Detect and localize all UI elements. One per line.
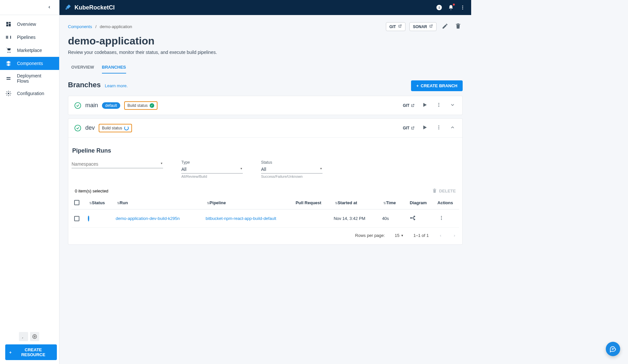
sidebar-collapse-toggle[interactable] xyxy=(0,0,59,15)
layers-icon xyxy=(5,60,12,67)
more-vert-icon[interactable] xyxy=(459,4,466,11)
spinner-icon xyxy=(124,126,129,130)
svg-point-29 xyxy=(410,218,411,219)
dashboard-icon xyxy=(5,21,12,27)
chat-fab[interactable] xyxy=(606,342,620,356)
brand-logo[interactable]: KubeRocketCI xyxy=(65,3,115,12)
svg-rect-5 xyxy=(7,36,8,39)
main-content: Components / demo-application GIT SONAR xyxy=(59,15,471,364)
success-icon: ✓ xyxy=(150,103,154,108)
gear-icon xyxy=(5,90,12,97)
sidebar-item-marketplace[interactable]: Marketplace xyxy=(0,44,59,57)
sidebar-item-pipelines[interactable]: Pipelines xyxy=(0,31,59,44)
sidebar-item-configuration[interactable]: Configuration xyxy=(0,87,59,100)
svg-point-31 xyxy=(414,219,415,220)
svg-rect-4 xyxy=(6,36,7,39)
svg-point-13 xyxy=(33,335,37,339)
row-checkbox[interactable] xyxy=(74,216,79,221)
diagram-icon[interactable] xyxy=(410,217,416,222)
learn-more-link[interactable]: Learn more. xyxy=(105,83,128,88)
rows-per-page-select[interactable]: 15 ▼ xyxy=(395,233,404,238)
breadcrumb: Components / demo-application xyxy=(68,24,132,29)
branch-card-dev: dev Build status GIT xyxy=(68,118,463,245)
pagination: Rows per page: 15 ▼ 1–1 of 1 ‹ › xyxy=(72,232,459,239)
sidebar-nav: Overview Pipelines Marketplace Component… xyxy=(0,15,59,328)
delete-selected-button[interactable]: DELETE xyxy=(432,188,456,193)
cart-icon xyxy=(5,47,12,54)
theme-toggle[interactable] xyxy=(19,332,28,341)
started-at-cell: Nov 14, 3:42 PM xyxy=(331,209,379,228)
branch-card-main: main default Build status ✓ GIT xyxy=(68,96,463,115)
svg-point-19 xyxy=(75,102,81,108)
filter-type: Type All All/Review/Build xyxy=(181,160,243,178)
sidebar-item-label: Pipelines xyxy=(17,35,36,40)
tabs: OVERVIEW BRANCHES xyxy=(68,61,463,74)
status-select[interactable]: All xyxy=(261,165,322,174)
sidebar-item-label: Deployment Flows xyxy=(17,73,54,84)
play-button[interactable] xyxy=(421,123,429,133)
breadcrumb-root[interactable]: Components xyxy=(68,24,92,29)
pipeline-runs-table: ⇅Status ⇅Run ⇅Pipeline Pull Request ⇅Sta… xyxy=(72,196,459,228)
more-vert-icon[interactable] xyxy=(435,101,443,110)
git-button[interactable]: GIT xyxy=(386,22,405,31)
sidebar-item-label: Configuration xyxy=(17,91,44,96)
svg-point-7 xyxy=(8,52,8,53)
sidebar-item-overview[interactable]: Overview xyxy=(0,18,59,31)
filter-namespaces xyxy=(72,160,163,178)
page-range: 1–1 of 1 xyxy=(413,233,429,238)
edit-button[interactable] xyxy=(440,22,450,32)
namespaces-input[interactable] xyxy=(72,160,163,168)
page-description: Review your codebases, monitor their sta… xyxy=(68,50,463,55)
svg-marker-25 xyxy=(423,125,427,129)
sonar-button[interactable]: SONAR xyxy=(409,22,437,31)
pipeline-icon xyxy=(5,34,12,41)
svg-point-21 xyxy=(438,103,439,104)
play-button[interactable] xyxy=(421,101,429,110)
prev-page-button[interactable]: ‹ xyxy=(438,232,442,239)
tab-overview[interactable]: OVERVIEW xyxy=(71,61,94,74)
svg-point-8 xyxy=(9,52,10,53)
more-vert-icon[interactable] xyxy=(435,124,443,132)
svg-marker-20 xyxy=(423,103,427,107)
branch-git-link[interactable]: GIT xyxy=(403,126,415,130)
sidebar-item-components[interactable]: Components xyxy=(0,57,59,70)
spinner-icon xyxy=(88,215,89,222)
select-all-checkbox[interactable] xyxy=(74,200,79,205)
settings-mini[interactable] xyxy=(30,332,39,341)
row-actions-button[interactable] xyxy=(438,214,445,223)
svg-rect-1 xyxy=(9,22,11,23)
branch-name: dev xyxy=(85,124,95,131)
pipeline-link[interactable]: bitbucket-npm-react-app-build-default xyxy=(206,216,276,221)
collapse-toggle[interactable] xyxy=(449,124,456,132)
expand-toggle[interactable] xyxy=(449,101,456,110)
svg-point-23 xyxy=(438,106,439,107)
sidebar-item-deployment-flows[interactable]: Deployment Flows xyxy=(0,70,59,87)
svg-point-26 xyxy=(438,125,439,126)
default-badge: default xyxy=(102,102,120,109)
external-link-icon xyxy=(398,24,402,29)
page-title: demo-application xyxy=(68,35,463,47)
tab-branches[interactable]: BRANCHES xyxy=(102,61,126,74)
pipeline-runs-title: Pipeline Runs xyxy=(72,147,459,154)
delete-button[interactable] xyxy=(454,22,463,32)
section-title: Branches xyxy=(68,81,101,89)
create-resource-button[interactable]: + CREATE RESOURCE xyxy=(5,344,57,360)
rocket-icon xyxy=(65,3,72,12)
flow-icon xyxy=(5,75,12,82)
selected-count: 0 item(s) selected xyxy=(75,189,108,193)
type-select[interactable]: All xyxy=(181,165,243,174)
svg-point-30 xyxy=(414,216,415,217)
svg-point-18 xyxy=(462,8,463,9)
run-link[interactable]: demo-application-dev-build-k295n xyxy=(116,216,180,221)
svg-rect-0 xyxy=(6,22,8,24)
plus-icon: + xyxy=(416,83,419,88)
svg-point-28 xyxy=(438,128,439,129)
topbar: KubeRocketCI i xyxy=(59,0,471,15)
bell-icon[interactable] xyxy=(448,4,454,11)
svg-point-32 xyxy=(441,216,442,217)
branch-git-link[interactable]: GIT xyxy=(403,103,415,108)
info-icon[interactable]: i xyxy=(436,4,442,11)
svg-point-34 xyxy=(441,219,442,220)
next-page-button[interactable]: › xyxy=(453,232,456,239)
create-branch-button[interactable]: + CREATE BRANCH xyxy=(411,80,463,91)
